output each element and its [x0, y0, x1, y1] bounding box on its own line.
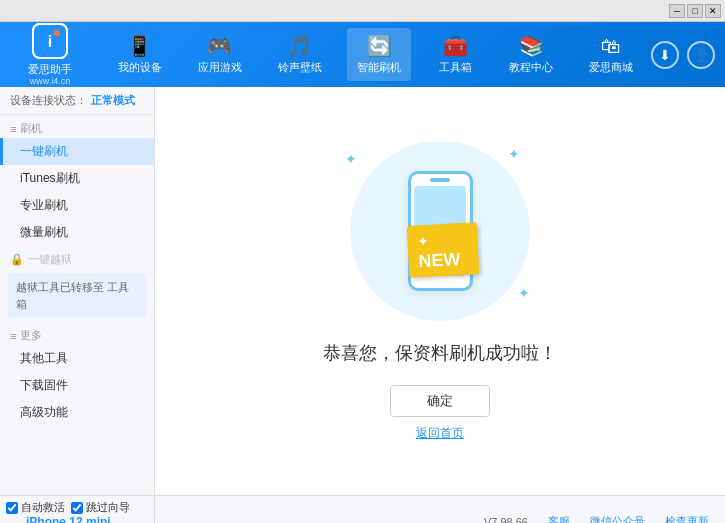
- nav-ringtones-label: 铃声壁纸: [278, 60, 322, 75]
- phone-illustration: NEW ✦ ✦ ✦: [340, 141, 540, 321]
- user-button[interactable]: 👤: [687, 41, 715, 69]
- skip-wizard-label: 跳过向导: [86, 500, 130, 515]
- sidebar-item-advanced[interactable]: 高级功能: [0, 399, 154, 426]
- app-games-icon: 🎮: [207, 34, 232, 58]
- sidebar-item-pro-flash[interactable]: 专业刷机: [0, 192, 154, 219]
- bottom-bar: 自动救活 跳过向导 📱 iPhone 12 mini 64GB Down-12m…: [0, 495, 725, 523]
- main-content: NEW ✦ ✦ ✦ 恭喜您，保资料刷机成功啦！ 确定 返回首页: [155, 87, 725, 495]
- tutorial-icon: 📚: [519, 34, 544, 58]
- toolbox-icon: 🧰: [443, 34, 468, 58]
- lock-icon: 🔒: [10, 253, 24, 266]
- nav-smart-flash[interactable]: 🔄 智能刷机: [347, 28, 411, 81]
- header: i 爱思助手 www.i4.cn 📱 我的设备 🎮 应用游戏 🎵 铃声壁纸 🔄 …: [0, 22, 725, 87]
- nav-my-device[interactable]: 📱 我的设备: [108, 28, 172, 81]
- auto-rescue-label: 自动救活: [21, 500, 65, 515]
- skip-wizard-checkbox-label[interactable]: 跳过向导: [71, 500, 130, 515]
- confirm-button[interactable]: 确定: [390, 385, 490, 417]
- logo-url: www.i4.cn: [30, 76, 71, 86]
- nav-smart-flash-label: 智能刷机: [357, 60, 401, 75]
- minimize-button[interactable]: ─: [669, 4, 685, 18]
- auto-rescue-checkbox[interactable]: [6, 502, 18, 514]
- device-info-group: iPhone 12 mini 64GB Down-12mini-13,1: [26, 515, 111, 523]
- nav-my-device-label: 我的设备: [118, 60, 162, 75]
- close-button[interactable]: ✕: [705, 4, 721, 18]
- more-section-icon: ≡: [10, 330, 16, 342]
- status-label: 设备连接状态：: [10, 93, 87, 108]
- sidebar-more-title: ≡ 更多: [0, 322, 154, 345]
- main-area: 设备连接状态： 正常模式 ≡ 刷机 一键刷机 iTunes刷机 专业刷机 微量刷…: [0, 87, 725, 495]
- sidebar-item-one-click-flash[interactable]: 一键刷机: [0, 138, 154, 165]
- my-device-icon: 📱: [127, 34, 152, 58]
- sidebar-flash-title: ≡ 刷机: [0, 115, 154, 138]
- customer-service-link[interactable]: 客服: [548, 514, 570, 523]
- check-update-link[interactable]: 检查更新: [665, 514, 709, 523]
- logo-name: 爱思助手: [28, 63, 72, 76]
- ringtones-icon: 🎵: [287, 34, 312, 58]
- sidebar-item-save-flash[interactable]: 微量刷机: [0, 219, 154, 246]
- svg-point-2: [54, 30, 60, 36]
- logo[interactable]: i 爱思助手 www.i4.cn: [10, 23, 90, 86]
- sparkle-tr-icon: ✦: [508, 146, 520, 162]
- bottom-links-section: V7.98.66 客服 微信公众号 检查更新: [155, 496, 725, 523]
- header-right: ⬇ 👤: [651, 41, 715, 69]
- sidebar-bottom-section: 自动救活 跳过向导 📱 iPhone 12 mini 64GB Down-12m…: [0, 496, 155, 523]
- restore-button[interactable]: □: [687, 4, 703, 18]
- title-bar: ─ □ ✕: [0, 0, 725, 22]
- nav-toolbox-label: 工具箱: [439, 60, 472, 75]
- illustration-circle: NEW: [350, 141, 530, 321]
- nav-app-games-label: 应用游戏: [198, 60, 242, 75]
- device-name: iPhone 12 mini: [26, 515, 111, 523]
- back-home-link[interactable]: 返回首页: [416, 425, 464, 442]
- nav-bar: 📱 我的设备 🎮 应用游戏 🎵 铃声壁纸 🔄 智能刷机 🧰 工具箱 📚 教程中心…: [100, 28, 651, 81]
- device-status-bar: 设备连接状态： 正常模式: [0, 87, 154, 115]
- version-text: V7.98.66: [484, 516, 528, 524]
- sidebar-jailbreak-title: 🔒 一键越狱: [0, 246, 154, 269]
- svg-text:i: i: [48, 33, 52, 50]
- smart-flash-icon: 🔄: [367, 34, 392, 58]
- phone-notch: [430, 178, 450, 182]
- logo-icon: i: [32, 23, 68, 59]
- auto-rescue-checkbox-label[interactable]: 自动救活: [6, 500, 65, 515]
- shop-icon: 🛍: [601, 35, 621, 58]
- download-button[interactable]: ⬇: [651, 41, 679, 69]
- device-row: 📱 iPhone 12 mini 64GB Down-12mini-13,1: [6, 515, 148, 523]
- sparkle-tl-icon: ✦: [345, 151, 357, 167]
- success-message: 恭喜您，保资料刷机成功啦！: [323, 341, 557, 365]
- nav-app-games[interactable]: 🎮 应用游戏: [188, 28, 252, 81]
- nav-tutorial[interactable]: 📚 教程中心: [499, 28, 563, 81]
- sidebar-item-other-tools[interactable]: 其他工具: [0, 345, 154, 372]
- new-badge: NEW: [406, 222, 479, 278]
- nav-shop[interactable]: 🛍 爱思商城: [579, 29, 643, 81]
- sidebar-item-download-firmware[interactable]: 下载固件: [0, 372, 154, 399]
- skip-wizard-checkbox[interactable]: [71, 502, 83, 514]
- status-value: 正常模式: [91, 93, 135, 108]
- sidebar-item-itunes-flash[interactable]: iTunes刷机: [0, 165, 154, 192]
- nav-tutorial-label: 教程中心: [509, 60, 553, 75]
- bottom-upper-row: 自动救活 跳过向导 📱 iPhone 12 mini 64GB Down-12m…: [0, 496, 725, 523]
- nav-ringtones[interactable]: 🎵 铃声壁纸: [268, 28, 332, 81]
- checkboxes-row: 自动救活 跳过向导: [6, 500, 148, 515]
- flash-section-icon: ≡: [10, 123, 16, 135]
- nav-shop-label: 爱思商城: [589, 60, 633, 75]
- nav-toolbox[interactable]: 🧰 工具箱: [427, 28, 483, 81]
- sidebar: 设备连接状态： 正常模式 ≡ 刷机 一键刷机 iTunes刷机 专业刷机 微量刷…: [0, 87, 155, 495]
- wechat-link[interactable]: 微信公众号: [590, 514, 645, 523]
- sparkle-br-icon: ✦: [518, 285, 530, 301]
- jailbreak-info: 越狱工具已转移至 工具箱: [8, 273, 146, 318]
